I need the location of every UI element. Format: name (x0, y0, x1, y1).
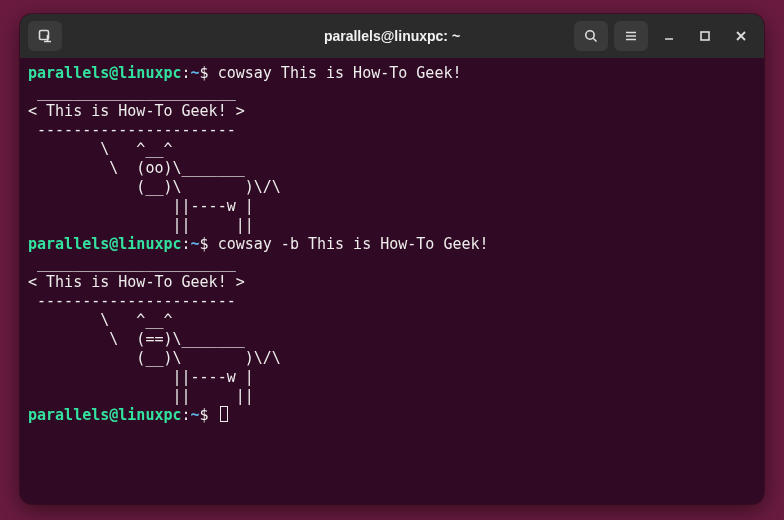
output-line: ||----w | (28, 368, 756, 387)
prompt-sep: : (182, 64, 191, 82)
titlebar: parallels@linuxpc: ~ (20, 14, 764, 58)
output-line: || || (28, 387, 756, 406)
minimize-icon (662, 29, 676, 43)
svg-point-3 (586, 31, 594, 39)
output-line: \ (oo)\_______ (28, 159, 756, 178)
command-text: cowsay -b This is How-To Geek! (218, 235, 489, 253)
prompt-line: parallels@linuxpc:~$ cowsay This is How-… (28, 64, 756, 83)
output-line: \ ^__^ (28, 140, 756, 159)
output-line: (__)\ )\/\ (28, 349, 756, 368)
prompt-path: ~ (191, 235, 200, 253)
prompt-path: ~ (191, 406, 200, 424)
output-line: < This is How-To Geek! > (28, 102, 756, 121)
maximize-icon (698, 29, 712, 43)
close-button[interactable] (726, 22, 756, 50)
output-line: ---------------------- (28, 292, 756, 311)
prompt-symbol: $ (200, 235, 218, 253)
output-line: ______________________ (28, 83, 756, 102)
svg-rect-9 (701, 32, 709, 40)
svg-line-4 (593, 38, 596, 41)
new-tab-button[interactable] (28, 21, 62, 51)
output-line: || || (28, 216, 756, 235)
prompt-symbol: $ (200, 64, 218, 82)
output-line: (__)\ )\/\ (28, 178, 756, 197)
terminal-window: parallels@linuxpc: ~ (20, 14, 764, 504)
output-line: \ ^__^ (28, 311, 756, 330)
maximize-button[interactable] (690, 22, 720, 50)
menu-button[interactable] (614, 21, 648, 51)
search-button[interactable] (574, 21, 608, 51)
window-title: parallels@linuxpc: ~ (20, 28, 764, 44)
command-text: cowsay This is How-To Geek! (218, 64, 462, 82)
cursor (220, 406, 228, 422)
search-icon (583, 28, 599, 44)
output-line: ---------------------- (28, 121, 756, 140)
prompt-userhost: parallels@linuxpc (28, 406, 182, 424)
prompt-sep: : (182, 235, 191, 253)
new-tab-icon (37, 28, 53, 44)
prompt-symbol: $ (200, 406, 218, 424)
prompt-userhost: parallels@linuxpc (28, 235, 182, 253)
output-line: ||----w | (28, 197, 756, 216)
output-line: \ (==)\_______ (28, 330, 756, 349)
terminal-body[interactable]: parallels@linuxpc:~$ cowsay This is How-… (20, 58, 764, 504)
close-icon (734, 29, 748, 43)
prompt-line: parallels@linuxpc:~$ cowsay -b This is H… (28, 235, 756, 254)
prompt-line-active[interactable]: parallels@linuxpc:~$ (28, 406, 756, 425)
prompt-path: ~ (191, 64, 200, 82)
minimize-button[interactable] (654, 22, 684, 50)
prompt-userhost: parallels@linuxpc (28, 64, 182, 82)
prompt-sep: : (182, 406, 191, 424)
hamburger-icon (623, 28, 639, 44)
output-line: ______________________ (28, 254, 756, 273)
output-line: < This is How-To Geek! > (28, 273, 756, 292)
